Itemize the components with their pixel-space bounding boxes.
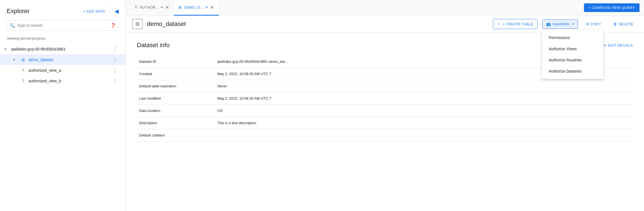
tab-author-close-icon[interactable]: ✕ (165, 4, 170, 11)
collapse-sidebar-button[interactable]: ◀ (115, 8, 119, 15)
tab-demo-d-close-icon[interactable]: ✕ (210, 4, 214, 11)
tree-item-view-a[interactable]: ⠿ authorized_view_a ⋮ (0, 65, 125, 76)
sharing-wrapper: 👥 SHARING ▾ Permissions Authorize Views … (542, 20, 578, 29)
field-label-data-location: Data location (137, 105, 215, 117)
tabs-bar: ⠿ AUTHOR... ▾ ✕ ⊞ DEMO_D... ▾ ✕ + COMPOS… (126, 0, 644, 16)
sharing-dropdown-arrow-icon: ▾ (572, 22, 574, 26)
tab-author-icon: ⠿ (135, 5, 137, 9)
view-a-label: authorized_view_a (28, 68, 111, 73)
dropdown-item-authorize-datasets[interactable]: Authorize Datasets (542, 66, 604, 77)
sidebar-title: Explorer (7, 8, 30, 15)
table-row: Last modified May 2, 2022, 10:08:30 AM U… (137, 92, 633, 105)
add-data-button[interactable]: + ADD DATA (83, 9, 105, 13)
dropdown-item-permissions[interactable]: Permissions (542, 32, 604, 43)
tab-demo-d-icon: ⊞ (178, 5, 182, 9)
toolbar: ⊞ demo_dataset ＋ + CREATE TABLE 👥 SHARIN… (126, 16, 644, 33)
field-value-description: This is a test description (215, 117, 633, 129)
table-row: Data location US (137, 105, 633, 117)
field-label-description: Description (137, 117, 215, 129)
field-value-table-expiration: Never (215, 80, 633, 92)
field-value-data-location: US (215, 105, 633, 117)
sharing-button[interactable]: 👥 SHARING ▾ (542, 20, 578, 29)
table-row: Default collation (137, 129, 633, 142)
chevron-left-icon: ◀ (115, 8, 119, 14)
copy-icon: ⧉ (586, 22, 589, 26)
create-table-button[interactable]: ＋ + CREATE TABLE (493, 19, 538, 29)
search-input[interactable] (7, 20, 119, 31)
tab-demo-d-label: DEMO_D... (184, 5, 203, 9)
field-value-default-collation (215, 129, 633, 142)
project-arrow-icon: ▾ (4, 47, 11, 51)
create-table-icon: ＋ (497, 21, 501, 27)
edit-details-button[interactable]: ✏ EDIT DETAILS (604, 43, 633, 47)
dataset-more-icon[interactable]: ⋮ (111, 56, 119, 63)
dataset-label: demo_dataset (28, 57, 111, 62)
compose-new-query-button[interactable]: + COMPOSE NEW QUERY (584, 3, 640, 12)
section-title: Dataset info (137, 42, 170, 49)
main-dataset-name: demo_dataset (147, 20, 488, 28)
tree-item-dataset[interactable]: ▾ ⊞ demo_dataset ⋮ (0, 54, 125, 65)
view-a-more-icon[interactable]: ⋮ (111, 67, 119, 74)
sharing-dropdown: Permissions Authorize Views Authorize Ro… (542, 30, 604, 79)
view-a-icon: ⠿ (20, 67, 26, 73)
dataset-icon: ⊞ (20, 57, 26, 63)
tree: ▾ qwiklabs-gcp-00-f9c6583e3861 ⋮ ▾ ⊞ dem… (0, 44, 125, 86)
sharing-icon: 👥 (546, 22, 551, 26)
delete-button[interactable]: 🗑 DELETE (609, 20, 637, 28)
copy-button[interactable]: ⧉ COPY (582, 20, 605, 28)
tab-author[interactable]: ⠿ AUTHOR... ▾ ✕ (130, 0, 174, 16)
dropdown-item-authorize-routines[interactable]: Authorize Routines (542, 54, 604, 66)
dataset-arrow-icon: ▾ (13, 58, 20, 62)
create-table-label: + CREATE TABLE (502, 22, 533, 26)
sidebar-actions: + ADD DATA ◀ (83, 7, 119, 16)
project-more-icon[interactable]: ⋮ (111, 45, 119, 53)
sidebar-header: Explorer + ADD DATA ◀ (0, 0, 125, 20)
search-icon: 🔍 (9, 23, 15, 28)
view-b-icon: ⠿ (20, 78, 26, 84)
field-label-dataset-id: Dataset ID (137, 56, 215, 68)
field-value-last-modified: May 2, 2022, 10:08:30 AM UTC-7 (215, 92, 633, 105)
tree-item-view-b[interactable]: ⠿ authorized_view_b ⋮ (0, 76, 125, 86)
table-row: Default table expiration Never (137, 80, 633, 92)
field-label-table-expiration: Default table expiration (137, 80, 215, 92)
field-label-default-collation: Default collation (137, 129, 215, 142)
view-b-label: authorized_view_b (28, 79, 111, 83)
sidebar: Explorer + ADD DATA ◀ 🔍 ❓ Viewing pinned… (0, 0, 126, 211)
help-icon[interactable]: ❓ (110, 23, 116, 28)
viewing-text: Viewing pinned projects. (0, 34, 125, 44)
project-label: qwiklabs-gcp-00-f9c6583e3861 (11, 47, 111, 51)
search-box: 🔍 ❓ (7, 20, 119, 31)
main-dataset-icon: ⊞ (132, 19, 142, 29)
tab-author-dropdown-icon[interactable]: ▾ (161, 5, 163, 9)
tab-author-label: AUTHOR... (140, 5, 159, 9)
field-label-created: Created (137, 68, 215, 80)
delete-label: DELETE (619, 22, 633, 26)
tab-demo-d-dropdown-icon[interactable]: ▾ (206, 5, 207, 9)
sharing-label: SHARING (552, 22, 569, 26)
tree-item-project[interactable]: ▾ qwiklabs-gcp-00-f9c6583e3861 ⋮ (0, 44, 125, 54)
dropdown-item-authorize-views[interactable]: Authorize Views (542, 43, 604, 54)
view-b-more-icon[interactable]: ⋮ (111, 77, 119, 85)
tab-demo-d[interactable]: ⊞ DEMO_D... ▾ ✕ (174, 0, 219, 16)
table-row: Description This is a test description (137, 117, 633, 129)
copy-label: COPY (590, 22, 601, 26)
field-label-last-modified: Last modified (137, 92, 215, 105)
delete-icon: 🗑 (613, 22, 617, 26)
main-panel: ⠿ AUTHOR... ▾ ✕ ⊞ DEMO_D... ▾ ✕ + COMPOS… (126, 0, 644, 211)
sidebar-divider (110, 7, 110, 16)
